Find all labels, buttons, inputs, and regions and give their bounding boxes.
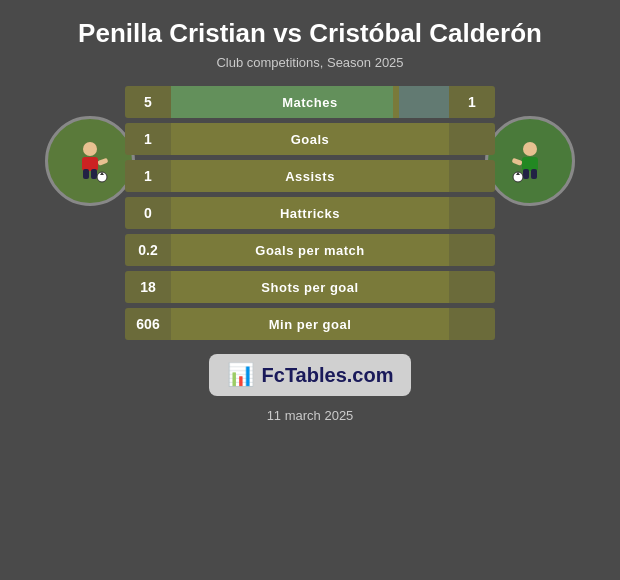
logo-box: 📊 FcTables.com [209,354,412,396]
avatar-right [485,116,575,206]
stat-left-value: 0.2 [125,242,171,258]
page-title: Penilla Cristian vs Cristóbal Calderón [78,18,542,49]
stat-row-assists: 1Assists [125,160,495,192]
stat-row-min-per-goal: 606Min per goal [125,308,495,340]
stat-row-hattricks: 0Hattricks [125,197,495,229]
stat-label: Goals per match [255,243,364,258]
svg-rect-2 [82,157,98,171]
stat-row-shots-per-goal: 18Shots per goal [125,271,495,303]
stat-row-goals: 1Goals [125,123,495,155]
main-container: Penilla Cristian vs Cristóbal Calderón C… [0,0,620,580]
stat-bar: Shots per goal [171,271,449,303]
stat-bar: Min per goal [171,308,449,340]
svg-rect-9 [522,157,538,171]
stat-bar: Matches [171,86,449,118]
subtitle: Club competitions, Season 2025 [216,55,403,70]
stat-bar: Goals [171,123,449,155]
svg-rect-13 [512,158,523,166]
stats-section: 5Matches11Goals1Assists0Hattricks0.2Goal… [10,86,610,340]
footer-date: 11 march 2025 [267,408,354,423]
stat-label: Matches [282,95,338,110]
stat-left-value: 0 [125,205,171,221]
logo-text: FcTables.com [262,364,394,387]
stat-bar: Assists [171,160,449,192]
stat-left-value: 5 [125,94,171,110]
stat-row-matches: 5Matches1 [125,86,495,118]
stat-label: Goals [291,132,330,147]
stat-label: Shots per goal [261,280,358,295]
stat-label: Assists [285,169,335,184]
stat-label: Hattricks [280,206,340,221]
stat-right-value: 1 [449,94,495,110]
stat-label: Min per goal [269,317,352,332]
svg-rect-11 [531,169,537,179]
svg-point-1 [83,142,97,156]
avatar-left [45,116,135,206]
stat-bar: Goals per match [171,234,449,266]
svg-point-8 [523,142,537,156]
stat-left-value: 18 [125,279,171,295]
stat-left-value: 1 [125,131,171,147]
stat-left-value: 1 [125,168,171,184]
svg-rect-6 [97,158,108,166]
stat-bar: Hattricks [171,197,449,229]
chart-icon: 📊 [227,362,254,388]
stat-row-goals-per-match: 0.2Goals per match [125,234,495,266]
svg-rect-3 [83,169,89,179]
stat-left-value: 606 [125,316,171,332]
svg-rect-10 [523,169,529,179]
svg-rect-4 [91,169,97,179]
stats-bars: 5Matches11Goals1Assists0Hattricks0.2Goal… [125,86,495,340]
logo-section: 📊 FcTables.com [209,354,412,396]
